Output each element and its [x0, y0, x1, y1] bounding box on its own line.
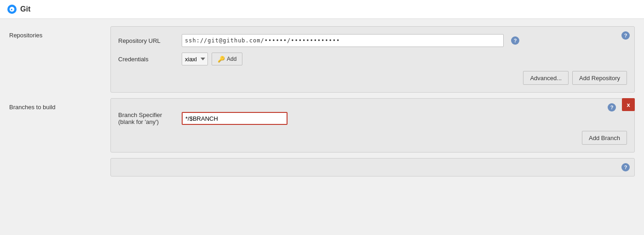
credentials-add-label: Add: [227, 56, 236, 62]
credentials-row: Credentials xiaxl none 🔑 Add: [118, 53, 627, 65]
branch-specifier-label: Branch Specifier (blank for 'any'): [118, 112, 178, 125]
repository-url-row: Repository URL ?: [118, 34, 627, 47]
page-header: ● Git: [0, 0, 644, 19]
branches-panel: x ? Branch Specifier (blank for 'any') A…: [110, 98, 635, 153]
svg-text:●: ●: [11, 7, 13, 12]
branches-help-icon[interactable]: ?: [608, 103, 616, 112]
repositories-panel: ? Repository URL ? Credentials xiaxl non…: [110, 26, 635, 93]
add-repository-button[interactable]: Add Repository: [572, 71, 627, 85]
advanced-button[interactable]: Advanced...: [523, 71, 569, 85]
branches-label: Branches to build: [9, 98, 110, 111]
repositories-label: Repositories: [9, 26, 110, 39]
git-icon: ●: [7, 5, 17, 14]
credentials-label: Credentials: [118, 56, 178, 63]
repositories-help-icon[interactable]: ?: [621, 31, 630, 40]
branch-specifier-input[interactable]: [182, 112, 288, 125]
main-content: Repositories ? Repository URL ? Credenti…: [0, 19, 644, 184]
branch-delete-button[interactable]: x: [622, 98, 635, 111]
bottom-section: ?: [9, 158, 635, 176]
key-icon: 🔑: [218, 56, 225, 63]
branches-button-row: Add Branch: [118, 131, 627, 145]
branch-specifier-row: Branch Specifier (blank for 'any'): [118, 112, 627, 125]
page-title: Git: [20, 5, 30, 13]
credentials-select[interactable]: xiaxl none: [182, 53, 208, 65]
repositories-section: Repositories ? Repository URL ? Credenti…: [9, 26, 635, 93]
branches-section: Branches to build x ? Branch Specifier (…: [9, 98, 635, 153]
credentials-add-button[interactable]: 🔑 Add: [212, 53, 242, 65]
repositories-button-row: Advanced... Add Repository: [118, 71, 627, 85]
repository-url-label: Repository URL: [118, 37, 178, 44]
repository-url-help-icon[interactable]: ?: [511, 36, 519, 45]
repository-url-input[interactable]: [182, 34, 504, 47]
bottom-panel: ?: [110, 158, 635, 176]
add-branch-button[interactable]: Add Branch: [582, 131, 627, 145]
bottom-help-icon[interactable]: ?: [621, 163, 630, 171]
